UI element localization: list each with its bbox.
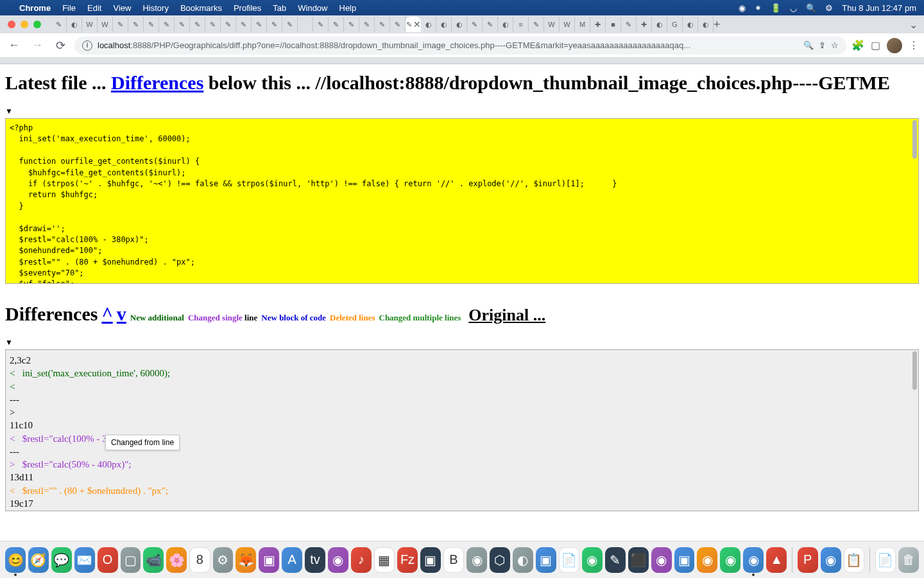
dock-app[interactable]: ⬡ bbox=[490, 547, 510, 573]
site-info-icon[interactable]: i bbox=[82, 40, 92, 51]
tab-overflow-icon[interactable]: ⌄ bbox=[909, 19, 924, 31]
browser-tab[interactable]: W bbox=[98, 17, 113, 32]
dock-trash[interactable]: 🗑 bbox=[898, 547, 919, 573]
reload-button[interactable]: ⟳ bbox=[51, 37, 69, 55]
dock-app[interactable]: ✎ bbox=[605, 547, 626, 573]
new-tab-button[interactable]: + bbox=[714, 18, 732, 31]
dock-photos[interactable]: 🌸 bbox=[166, 547, 187, 573]
browser-tab[interactable]: ✎ bbox=[390, 17, 406, 32]
browser-tab[interactable]: ✎ bbox=[282, 17, 298, 32]
window-maximize-button[interactable] bbox=[33, 21, 41, 28]
menubar-app-name[interactable]: Chrome bbox=[19, 3, 51, 13]
menu-help[interactable]: Help bbox=[339, 3, 357, 13]
browser-tab[interactable]: ✎ bbox=[51, 17, 67, 32]
dock-calendar[interactable]: 8 bbox=[189, 547, 210, 573]
dock-chrome[interactable]: ◉ bbox=[743, 547, 764, 573]
dock-app[interactable]: P bbox=[798, 547, 818, 573]
dock-facetime[interactable]: 📹 bbox=[143, 547, 164, 573]
browser-tab[interactable]: ◐ bbox=[421, 17, 436, 32]
dock-filezilla[interactable]: Fz bbox=[397, 547, 418, 573]
wifi-icon[interactable]: ◡ bbox=[790, 3, 797, 13]
menu-bookmarks[interactable]: Bookmarks bbox=[180, 3, 222, 13]
browser-tab[interactable]: ✎ bbox=[467, 17, 483, 32]
original-link[interactable]: Original ... bbox=[468, 306, 545, 325]
dock-app[interactable]: ◉ bbox=[697, 547, 717, 573]
dock-app[interactable]: ▦ bbox=[374, 547, 395, 573]
latest-file-code[interactable]: <?php ini_set('max_execution_time', 6000… bbox=[5, 118, 919, 284]
dock-finder[interactable]: 😊 bbox=[5, 547, 26, 573]
browser-tab-active[interactable]: ✎✕ bbox=[406, 17, 421, 32]
menubar-datetime[interactable]: Thu 8 Jun 12:47 pm bbox=[842, 3, 916, 13]
browser-tab[interactable] bbox=[298, 17, 313, 32]
collapse-toggle-diff[interactable]: ▼ bbox=[5, 338, 919, 347]
differences-link[interactable]: Differences bbox=[111, 72, 203, 93]
browser-tab[interactable]: ≡ bbox=[513, 17, 529, 32]
browser-tab[interactable]: ◐ bbox=[698, 17, 714, 32]
browser-tab[interactable]: ◐ bbox=[436, 17, 452, 32]
dock-app[interactable]: O bbox=[98, 547, 118, 573]
dock-podcasts[interactable]: ◉ bbox=[651, 547, 672, 573]
dock-app[interactable]: 📄 bbox=[559, 547, 579, 573]
dock-app[interactable]: ◐ bbox=[513, 547, 533, 573]
browser-tab[interactable]: ✚ bbox=[637, 17, 652, 32]
dock-app[interactable]: 📋 bbox=[844, 547, 864, 573]
url-bar[interactable]: i localhost:8888/PHP/Geographicals/diff.… bbox=[74, 37, 846, 55]
screen-record-icon[interactable]: ◉ bbox=[739, 3, 746, 13]
browser-tab[interactable]: W bbox=[82, 17, 98, 32]
browser-tab[interactable]: ✎ bbox=[205, 17, 221, 32]
dock-app[interactable]: ▣ bbox=[674, 547, 695, 573]
diff-output[interactable]: 2,3c2< ini_set('max_execution_time', 600… bbox=[5, 349, 919, 511]
browser-tab[interactable]: ✎ bbox=[267, 17, 282, 32]
dock-app[interactable]: ◉ bbox=[582, 547, 603, 573]
browser-tab[interactable]: ✎ bbox=[529, 17, 544, 32]
window-close-button[interactable] bbox=[8, 21, 15, 28]
dock-app[interactable]: ▢ bbox=[121, 547, 141, 573]
menu-profiles[interactable]: Profiles bbox=[234, 3, 261, 13]
dock-music[interactable]: ♪ bbox=[351, 547, 372, 573]
chrome-menu-icon[interactable]: ⋮ bbox=[909, 39, 919, 51]
browser-tab[interactable]: ✎ bbox=[128, 17, 144, 32]
browser-tab[interactable]: ✎ bbox=[236, 17, 252, 32]
zoom-icon[interactable]: 🔍 bbox=[803, 40, 814, 50]
profile-avatar[interactable] bbox=[887, 38, 902, 53]
dock-app[interactable]: ▣ bbox=[420, 547, 441, 573]
dock-app[interactable]: ◉ bbox=[328, 547, 348, 573]
dock-app[interactable]: ⬛ bbox=[628, 547, 649, 573]
forward-button[interactable]: → bbox=[28, 37, 46, 55]
extensions-icon[interactable]: 🧩 bbox=[851, 39, 864, 51]
browser-tab[interactable]: ◐ bbox=[498, 17, 513, 32]
back-button[interactable]: ← bbox=[5, 37, 23, 55]
browser-tab[interactable]: ✎ bbox=[190, 17, 205, 32]
dock-app[interactable]: 📄 bbox=[875, 547, 896, 573]
collapse-toggle[interactable]: ▼ bbox=[5, 107, 919, 116]
menu-view[interactable]: View bbox=[113, 3, 131, 13]
dock-app[interactable]: B bbox=[443, 547, 464, 573]
browser-tab[interactable]: ◐ bbox=[67, 17, 82, 32]
browser-tab[interactable]: ◐ bbox=[452, 17, 467, 32]
dock-app[interactable]: ◉ bbox=[720, 547, 740, 573]
dock-app[interactable]: ◉ bbox=[821, 547, 841, 573]
browser-tab[interactable]: ✎ bbox=[375, 17, 390, 32]
menu-tab[interactable]: Tab bbox=[273, 3, 286, 13]
dock-safari[interactable]: 🧭 bbox=[28, 547, 49, 573]
dock-mail[interactable]: ✉️ bbox=[74, 547, 95, 573]
share-icon[interactable]: ⇧ bbox=[819, 40, 826, 50]
browser-tab[interactable]: ✎ bbox=[175, 17, 190, 32]
browser-tab[interactable]: ✎ bbox=[159, 17, 175, 32]
browser-tab[interactable]: M bbox=[575, 17, 590, 32]
dock-app[interactable]: ◉ bbox=[466, 547, 487, 573]
dock-appstore[interactable]: A bbox=[282, 547, 302, 573]
browser-tab[interactable]: ✎ bbox=[329, 17, 344, 32]
menu-history[interactable]: History bbox=[142, 3, 168, 13]
menu-edit[interactable]: Edit bbox=[87, 3, 101, 13]
scrollbar-thumb[interactable] bbox=[912, 120, 917, 159]
dock-app[interactable]: ▣ bbox=[536, 547, 556, 573]
sidepanel-icon[interactable]: ▢ bbox=[871, 39, 880, 51]
browser-tab[interactable]: ✎ bbox=[313, 17, 329, 32]
browser-tab[interactable]: ✎ bbox=[221, 17, 236, 32]
browser-tab[interactable]: ✎ bbox=[621, 17, 637, 32]
browser-tab[interactable]: ◐ bbox=[652, 17, 667, 32]
nav-up-link[interactable]: ^ bbox=[101, 303, 112, 325]
window-minimize-button[interactable] bbox=[21, 21, 28, 28]
dock-app[interactable]: ▲ bbox=[766, 547, 787, 573]
